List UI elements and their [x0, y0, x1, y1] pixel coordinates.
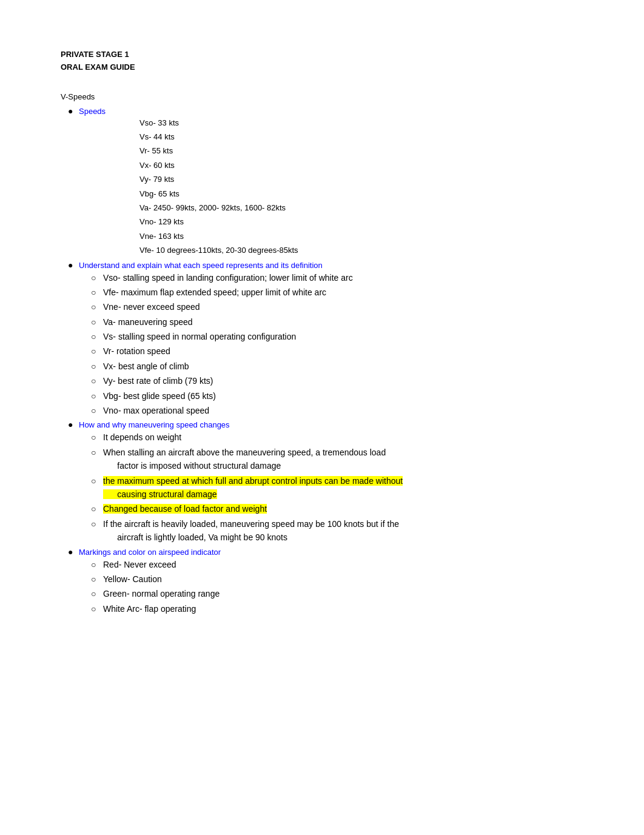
item-text: Vx- best angle of climb [103, 361, 189, 371]
list-item: Vso- stalling speed in landing configura… [103, 271, 583, 284]
list-item-highlighted-1: the maximum speed at which full and abru… [103, 474, 583, 501]
speed-vfe: Vfe- 10 degrees-110kts, 20-30 degrees-85… [139, 243, 583, 257]
speed-va: Va- 2450- 99kts, 2000- 92kts, 1600- 82kt… [139, 201, 583, 215]
item-text: Vs- stalling speed in normal operating c… [103, 332, 296, 341]
list-item-highlighted-2: Changed because of load factor and weigh… [103, 502, 583, 515]
list-item: Red- Never exceed [103, 558, 583, 571]
maneuvering-label: How and why maneuvering speed changes [79, 420, 230, 429]
item-text: Vno- max operational speed [103, 406, 209, 415]
item-text: Vfe- maximum flap extended speed; upper … [103, 287, 326, 297]
list-item-speeds: Speeds Vso- 33 kts Vs- 44 kts Vr- 55 kts… [79, 106, 583, 258]
item-text: It depends on weight [103, 432, 181, 442]
page-header: PRIVATE STAGE 1 ORAL EXAM GUIDE [61, 49, 583, 74]
header-line2: ORAL EXAM GUIDE [61, 61, 583, 74]
list-item: If the aircraft is heavily loaded, maneu… [103, 517, 583, 545]
item-text-highlighted: the maximum speed at which full and abru… [103, 476, 403, 499]
section-title: V-Speeds [61, 92, 583, 101]
list-item: Vr- rotation speed [103, 344, 583, 358]
list-item: Vbg- best glide speed (65 kts) [103, 389, 583, 403]
list-item: Yellow- Caution [103, 572, 583, 586]
item-text: Vso- stalling speed in landing configura… [103, 273, 353, 283]
item-text: White Arc- flap operating [103, 604, 196, 614]
item-text: Vr- rotation speed [103, 346, 170, 356]
speed-vr: Vr- 55 kts [139, 144, 583, 158]
speed-vbg: Vbg- 65 kts [139, 187, 583, 201]
speed-vy: Vy- 79 kts [139, 172, 583, 186]
list-item: Vne- never exceed speed [103, 300, 583, 314]
speed-vno: Vno- 129 kts [139, 215, 583, 229]
item-text: Va- maneuvering speed [103, 317, 193, 327]
speed-vso: Vso- 33 kts [139, 116, 583, 130]
item-text: Yellow- Caution [103, 574, 162, 584]
item-text: Red- Never exceed [103, 560, 176, 569]
list-item: Vfe- maximum flap extended speed; upper … [103, 286, 583, 299]
markings-label: Markings and color on airspeed indicator [79, 548, 221, 557]
list-item: Va- maneuvering speed [103, 315, 583, 329]
item-text: When stalling an aircraft above the mane… [103, 448, 386, 471]
maneuvering-subitems: It depends on weight When stalling an ai… [79, 431, 583, 544]
list-item: It depends on weight [103, 431, 583, 444]
speeds-values: Vso- 33 kts Vs- 44 kts Vr- 55 kts Vx- 60… [79, 116, 583, 258]
list-item: Vx- best angle of climb [103, 360, 583, 373]
speeds-label: Speeds [79, 107, 106, 116]
item-text: Vne- never exceed speed [103, 302, 200, 312]
item-text: Vy- best rate of climb (79 kts) [103, 376, 213, 386]
list-item: Vy- best rate of climb (79 kts) [103, 374, 583, 387]
main-list: Speeds Vso- 33 kts Vs- 44 kts Vr- 55 kts… [61, 106, 583, 616]
speed-vx: Vx- 60 kts [139, 158, 583, 172]
item-text: Green- normal operating range [103, 589, 220, 599]
header-line1: PRIVATE STAGE 1 [61, 49, 583, 61]
list-item: When stalling an aircraft above the mane… [103, 446, 583, 473]
item-text: Vbg- best glide speed (65 kts) [103, 391, 216, 401]
understand-subitems: Vso- stalling speed in landing configura… [79, 271, 583, 418]
speed-vne: Vne- 163 kts [139, 229, 583, 243]
item-text-highlighted: Changed because of load factor and weigh… [103, 504, 267, 514]
speed-vs: Vs- 44 kts [139, 130, 583, 144]
understand-label: Understand and explain what each speed r… [79, 261, 323, 270]
list-item-markings: Markings and color on airspeed indicator… [79, 547, 583, 616]
list-item: Vno- max operational speed [103, 404, 583, 417]
list-item-maneuvering: How and why maneuvering speed changes It… [79, 420, 583, 544]
item-text: If the aircraft is heavily loaded, maneu… [103, 519, 399, 542]
markings-subitems: Red- Never exceed Yellow- Caution Green-… [79, 558, 583, 616]
list-item: White Arc- flap operating [103, 602, 583, 615]
list-item-understand: Understand and explain what each speed r… [79, 260, 583, 418]
list-item: Vs- stalling speed in normal operating c… [103, 330, 583, 343]
list-item: Green- normal operating range [103, 587, 583, 600]
